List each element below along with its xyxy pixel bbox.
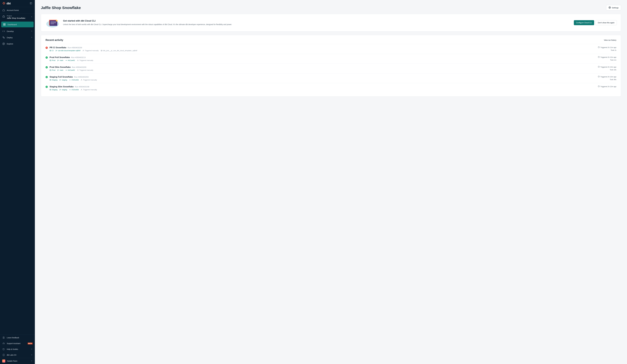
svg-rect-68 bbox=[50, 89, 51, 90]
run-row[interactable]: Prod Full SnowflakeRun #350403213Prodmai… bbox=[46, 54, 616, 64]
chevron-right-icon bbox=[31, 16, 33, 18]
branch-icon bbox=[57, 69, 59, 71]
svg-point-72 bbox=[60, 89, 61, 90]
sidebar-item-label: Support Assistant bbox=[7, 342, 26, 344]
sidebar-item-help[interactable]: Help & Guides bbox=[0, 346, 35, 352]
main-content: Jaffle Shop Snowflake Settings Get start… bbox=[35, 0, 627, 364]
run-env-link[interactable]: Staging bbox=[50, 79, 57, 81]
clock-icon bbox=[598, 56, 600, 58]
sidebar-item-org[interactable]: dbt Labs DX bbox=[0, 352, 35, 358]
svg-point-40 bbox=[58, 60, 58, 60]
run-env-link[interactable]: Staging bbox=[50, 89, 57, 91]
svg-point-61 bbox=[60, 80, 60, 81]
sidebar-item-deploy[interactable]: Deploy bbox=[0, 34, 35, 41]
svg-point-31 bbox=[56, 51, 56, 51]
svg-rect-28 bbox=[50, 50, 51, 51]
dismiss-promo-button[interactable]: Don't show this again bbox=[595, 20, 617, 25]
promo-illustration bbox=[45, 17, 60, 28]
run-branch-link[interactable]: main bbox=[57, 69, 63, 71]
sidebar-item-account-home[interactable]: Account home bbox=[0, 7, 35, 13]
run-triggered-time: Triggered 2h 22m ago bbox=[598, 56, 616, 58]
run-row[interactable]: Staging Slim SnowflakeRun #350403198Stag… bbox=[46, 83, 616, 93]
sidebar-item-label: Account home bbox=[7, 9, 33, 11]
promo-actions: Configure Cloud CLI Don't show this agai… bbox=[574, 20, 617, 25]
sidebar-collapse-button[interactable] bbox=[29, 2, 33, 5]
run-trigger-text: Triggered manually bbox=[81, 79, 97, 81]
view-run-history-link[interactable]: View run history bbox=[604, 39, 616, 41]
run-branch-link[interactable]: staging bbox=[59, 79, 67, 81]
run-row[interactable]: PR CI SnowflakeRun #350403239CIuse-dbt-c… bbox=[46, 44, 616, 54]
project-name: Jaffle Shop Snowflake bbox=[7, 17, 25, 19]
page-title: Jaffle Shop Snowflake bbox=[41, 6, 81, 10]
run-row[interactable]: Prod Slim SnowflakeRun #350403209Prodmai… bbox=[46, 64, 616, 73]
sidebar-item-support[interactable]: Support Assistant BETA bbox=[0, 341, 35, 346]
code-icon bbox=[2, 30, 5, 33]
sidebar-item-dashboard[interactable]: Dashboard bbox=[1, 22, 34, 27]
settings-button[interactable]: Settings bbox=[606, 5, 621, 10]
run-name: Staging Full Snowflake bbox=[50, 76, 73, 78]
svg-point-42 bbox=[58, 60, 59, 60]
run-branch-link[interactable]: use-dbt-cloud-templater-sqlfluff bbox=[55, 50, 80, 51]
run-row[interactable]: Staging Full SnowflakeRun #350403203Stag… bbox=[46, 73, 616, 83]
user-icon bbox=[77, 59, 79, 61]
run-branch-link[interactable]: main bbox=[57, 59, 63, 61]
run-meta: CIuse-dbt-cloud-templater-sqlfluffTrigge… bbox=[50, 50, 596, 51]
run-name: Prod Slim Snowflake bbox=[50, 66, 71, 68]
run-env-link[interactable]: Prod bbox=[50, 59, 55, 61]
svg-rect-7 bbox=[3, 37, 4, 38]
svg-point-30 bbox=[56, 50, 56, 50]
sidebar: dbt Account home Project Jaffle Shop Sno… bbox=[0, 0, 35, 364]
dashboard-icon bbox=[3, 23, 6, 26]
deploy-icon bbox=[2, 36, 5, 39]
sidebar-item-label: dbt Labs DX bbox=[7, 354, 29, 356]
chevron-right-icon bbox=[31, 37, 33, 39]
sidebar-item-label: Leave feedback bbox=[7, 337, 33, 339]
status-success-icon bbox=[46, 56, 48, 59]
configure-cli-button[interactable]: Configure Cloud CLI bbox=[574, 20, 594, 25]
env-icon bbox=[50, 79, 51, 81]
run-branch-link[interactable]: staging bbox=[59, 89, 67, 91]
run-name: PR CI Snowflake bbox=[50, 46, 66, 49]
run-meta: Prodmain#e21ae92Triggered manually bbox=[50, 69, 596, 71]
project-label: Project bbox=[7, 15, 12, 17]
svg-point-46 bbox=[77, 60, 78, 60]
svg-rect-48 bbox=[50, 70, 51, 71]
run-duration: Took 38s bbox=[598, 79, 616, 81]
sidebar-item-explore[interactable]: Explore bbox=[0, 41, 35, 47]
commit-icon bbox=[65, 59, 67, 61]
run-commit-link[interactable]: #e21ae92 bbox=[65, 59, 75, 61]
sidebar-item-feedback[interactable]: Leave feedback bbox=[0, 335, 35, 341]
run-env-link[interactable]: CI bbox=[50, 50, 53, 51]
run-main: Staging Slim SnowflakeRun #350403198Stag… bbox=[50, 86, 596, 91]
run-commit-link[interactable]: #323cd5d bbox=[69, 79, 79, 81]
svg-point-73 bbox=[70, 90, 70, 90]
run-id: Run #350403209 bbox=[72, 66, 86, 68]
run-commit-link[interactable]: #e21ae92 bbox=[65, 69, 75, 71]
run-commit-link[interactable]: #323cd5d bbox=[69, 89, 79, 91]
branch-icon bbox=[57, 59, 59, 61]
svg-point-52 bbox=[58, 70, 59, 70]
svg-rect-0 bbox=[30, 2, 32, 4]
sidebar-item-label: Deploy bbox=[7, 37, 29, 39]
sidebar-item-develop[interactable]: Develop bbox=[0, 28, 35, 34]
sidebar-project-selector[interactable]: Project Jaffle Shop Snowflake bbox=[0, 13, 35, 21]
user-icon bbox=[77, 69, 79, 71]
branch-icon bbox=[59, 79, 61, 81]
project-icon bbox=[2, 15, 5, 18]
branch-icon bbox=[59, 89, 61, 91]
run-env-link[interactable]: Prod bbox=[50, 69, 55, 71]
svg-point-41 bbox=[58, 61, 58, 61]
run-triggered-time: Triggered 2h 22m ago bbox=[598, 66, 616, 68]
svg-rect-4 bbox=[5, 24, 5, 24]
run-right: Triggered 2h 21m agoTook 2s bbox=[598, 46, 616, 51]
beta-badge: BETA bbox=[28, 343, 33, 344]
clock-icon bbox=[598, 46, 600, 48]
run-main: Prod Slim SnowflakeRun #350403209Prodmai… bbox=[50, 66, 596, 71]
run-duration: Took 2s bbox=[598, 49, 616, 51]
run-meta: Prodmain#e21ae92Triggered manually bbox=[50, 59, 596, 61]
sidebar-user-menu[interactable]: Natalie Fiann bbox=[0, 358, 35, 364]
schema-icon bbox=[101, 50, 103, 51]
run-duration: Took 18s bbox=[598, 69, 616, 71]
run-triggered-time: Triggered 2h 21m ago bbox=[598, 46, 616, 48]
logo[interactable]: dbt bbox=[2, 2, 11, 5]
